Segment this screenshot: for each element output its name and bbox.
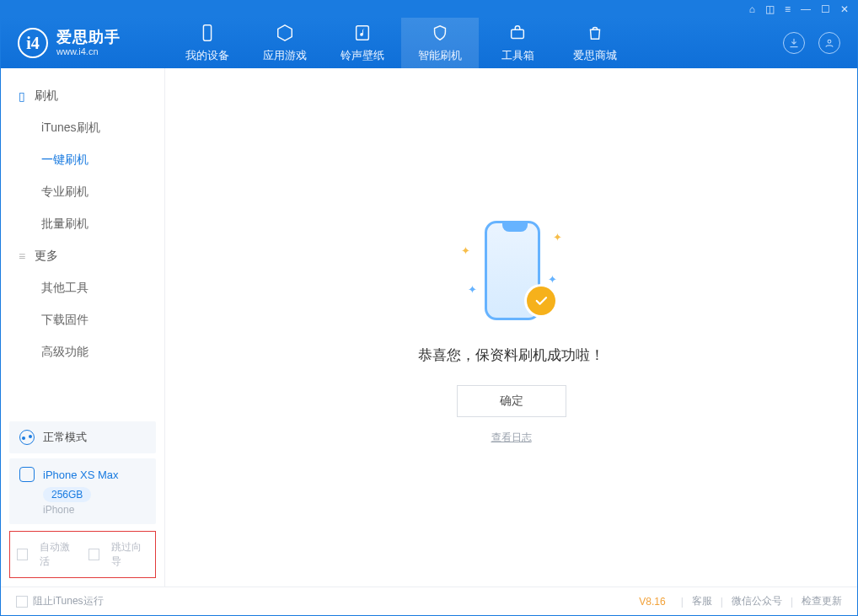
device-icon — [19, 467, 35, 482]
close-button[interactable]: ✕ — [840, 3, 849, 15]
main-content: ✦ ✦ ✦ ✦ 恭喜您，保资料刷机成功啦！ 确定 查看日志 — [165, 68, 857, 587]
header: i4 爱思助手 www.i4.cn 我的设备 应用游戏 铃声壁纸 智能刷机 — [1, 18, 857, 68]
sidebar-item-other-tools[interactable]: 其他工具 — [1, 272, 164, 304]
tab-ring-wall[interactable]: 铃声壁纸 — [324, 18, 401, 68]
sparkle-icon: ✦ — [553, 231, 562, 244]
logo: i4 爱思助手 www.i4.cn — [18, 28, 165, 58]
svg-rect-2 — [512, 29, 524, 38]
checkbox-block-itunes[interactable] — [16, 596, 28, 608]
checkbox-skip-guide[interactable] — [88, 549, 99, 560]
device-name: iPhone XS Max — [43, 469, 119, 481]
tab-label: 我的设备 — [185, 48, 229, 63]
view-log-link[interactable]: 查看日志 — [491, 431, 532, 445]
checkbox-auto-activate[interactable] — [17, 549, 28, 560]
device-box[interactable]: iPhone XS Max 256GB iPhone — [9, 458, 156, 524]
block-itunes-option[interactable]: 阻止iTunes运行 — [16, 594, 104, 608]
flash-options-highlight: 自动激活 跳过向导 — [9, 531, 156, 578]
app-url: www.i4.cn — [56, 46, 121, 56]
account-icon[interactable] — [818, 32, 840, 54]
body: ▯ 刷机 iTunes刷机 一键刷机 专业刷机 批量刷机 ≡ 更多 其他工具 下… — [1, 68, 857, 587]
shield-icon — [431, 24, 449, 45]
customer-service-link[interactable]: 客服 — [692, 594, 712, 608]
version-label: V8.16 — [639, 596, 665, 608]
section-label: 更多 — [35, 249, 58, 264]
sparkle-icon: ✦ — [468, 283, 477, 296]
minimize-button[interactable]: — — [801, 3, 811, 15]
top-tabs: 我的设备 应用游戏 铃声壁纸 智能刷机 工具箱 爱思商城 — [169, 18, 634, 68]
sidebar-item-dl-firmware[interactable]: 下载固件 — [1, 304, 164, 336]
footer: 阻止iTunes运行 V8.16 | 客服 | 微信公众号 | 检查更新 — [1, 587, 857, 615]
sparkle-icon: ✦ — [548, 273, 557, 286]
app-title: 爱思助手 — [56, 29, 121, 46]
ok-button[interactable]: 确定 — [457, 385, 566, 417]
svg-point-3 — [828, 40, 831, 43]
sidebar-item-pro-flash[interactable]: 专业刷机 — [1, 176, 164, 208]
tab-label: 爱思商城 — [573, 48, 617, 63]
device-type: iPhone — [43, 504, 146, 516]
logo-mark-icon: i4 — [18, 28, 48, 58]
app-window: ⌂ ◫ ≡ — ☐ ✕ i4 爱思助手 www.i4.cn 我的设备 应用游戏 — [0, 0, 858, 616]
sidebar-item-advanced[interactable]: 高级功能 — [1, 336, 164, 368]
music-icon — [353, 24, 372, 45]
briefcase-icon — [508, 24, 527, 45]
mode-label: 正常模式 — [43, 430, 87, 445]
mode-icon — [19, 430, 35, 445]
download-manager-icon[interactable] — [783, 32, 805, 54]
tab-label: 智能刷机 — [418, 48, 462, 63]
auto-activate-label: 自动激活 — [40, 540, 77, 569]
menu-icon[interactable]: ≡ — [785, 3, 791, 15]
section-more: ≡ 更多 — [1, 240, 164, 272]
tab-my-device[interactable]: 我的设备 — [169, 18, 246, 68]
tab-label: 应用游戏 — [263, 48, 307, 63]
mode-box[interactable]: 正常模式 — [9, 421, 156, 453]
success-text: 恭喜您，保资料刷机成功啦！ — [418, 345, 604, 365]
tab-smart-flash[interactable]: 智能刷机 — [401, 18, 479, 68]
check-badge-icon — [527, 287, 555, 315]
skip-guide-label: 跳过向导 — [111, 540, 148, 569]
tab-label: 铃声壁纸 — [341, 48, 384, 63]
feedback-icon[interactable]: ◫ — [765, 3, 775, 15]
svg-rect-0 — [203, 24, 211, 40]
titlebar: ⌂ ◫ ≡ — ☐ ✕ — [1, 1, 857, 18]
check-update-link[interactable]: 检查更新 — [802, 594, 842, 608]
tab-store[interactable]: 爱思商城 — [556, 18, 634, 68]
sidebar-item-batch-flash[interactable]: 批量刷机 — [1, 208, 164, 240]
sidebar-item-itunes-flash[interactable]: iTunes刷机 — [1, 112, 164, 144]
sidebar: ▯ 刷机 iTunes刷机 一键刷机 专业刷机 批量刷机 ≡ 更多 其他工具 下… — [1, 68, 165, 587]
block-itunes-label: 阻止iTunes运行 — [33, 594, 104, 608]
phone-small-icon: ▯ — [16, 89, 28, 103]
maximize-button[interactable]: ☐ — [821, 3, 830, 15]
tab-apps-games[interactable]: 应用游戏 — [246, 18, 324, 68]
list-icon: ≡ — [16, 249, 28, 263]
wechat-link[interactable]: 微信公众号 — [732, 594, 782, 608]
phone-icon — [198, 24, 217, 45]
sidebar-nav: ▯ 刷机 iTunes刷机 一键刷机 专业刷机 批量刷机 ≡ 更多 其他工具 下… — [1, 68, 164, 368]
tab-label: 工具箱 — [501, 48, 534, 63]
section-flash: ▯ 刷机 — [1, 80, 164, 112]
tab-toolbox[interactable]: 工具箱 — [479, 18, 556, 68]
success-illustration: ✦ ✦ ✦ ✦ — [453, 211, 571, 329]
tshirt-icon[interactable]: ⌂ — [749, 3, 755, 15]
section-label: 刷机 — [35, 88, 58, 104]
sidebar-bottom: 正常模式 iPhone XS Max 256GB iPhone 自动激活 跳过向… — [1, 416, 164, 587]
sidebar-item-one-key-flash[interactable]: 一键刷机 — [1, 144, 164, 176]
bag-icon — [586, 24, 604, 45]
header-right — [783, 32, 840, 54]
device-capacity-badge: 256GB — [43, 487, 91, 502]
sparkle-icon: ✦ — [461, 244, 470, 257]
cube-icon — [276, 24, 294, 45]
